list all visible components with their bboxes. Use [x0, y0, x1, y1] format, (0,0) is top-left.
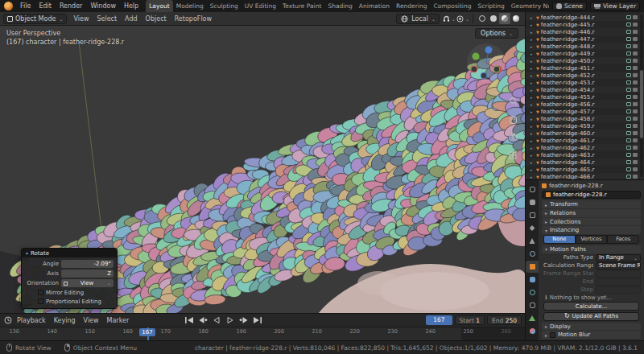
disclosure-icon[interactable]: ▸ — [530, 102, 535, 107]
orientation-dropdown[interactable]: View ⌄ — [61, 279, 114, 287]
outliner-item[interactable]: ▸▼feather-ridge-444.r — [526, 14, 644, 21]
disclosure-icon[interactable]: ▸ — [530, 80, 535, 85]
disclosure-icon[interactable]: ▸ — [530, 88, 535, 93]
outliner-item[interactable]: ▸▼feather-ridge-466.r — [526, 173, 644, 179]
chevron-down-icon[interactable]: ⌄ — [452, 16, 456, 22]
select-state-icon[interactable] — [626, 59, 631, 63]
visibility-icon[interactable] — [633, 167, 638, 171]
scrollbar-thumb[interactable] — [640, 70, 643, 138]
workspace-geometry-nodes[interactable]: Geometry Nodes — [508, 0, 549, 12]
properties-tab-render[interactable] — [526, 196, 539, 208]
select-state-icon[interactable] — [626, 167, 631, 171]
shading-solid-button[interactable] — [488, 13, 499, 24]
transform-orientation-selector[interactable]: Local ⌄ — [396, 14, 440, 24]
disclosure-icon[interactable]: ▸ — [530, 167, 535, 172]
select-state-icon[interactable] — [626, 131, 631, 135]
select-state-icon[interactable] — [626, 44, 631, 48]
select-state-icon[interactable] — [626, 37, 631, 41]
select-state-icon[interactable] — [626, 153, 631, 157]
viewport-3d[interactable]: User Perspective (167) character | feath… — [0, 26, 525, 313]
disclosure-icon[interactable]: ▸ — [530, 73, 535, 78]
outliner-item[interactable]: ▸▼feather-ridge-462.r — [526, 144, 644, 151]
calculate-button[interactable]: Calculate... — [543, 302, 639, 311]
select-state-icon[interactable] — [626, 66, 631, 70]
select-state-icon[interactable] — [626, 88, 631, 92]
snap-magnet-icon[interactable] — [443, 15, 450, 23]
section-transform[interactable]: ▸Transform — [542, 200, 641, 208]
tl-menu-view[interactable]: View — [80, 317, 103, 324]
workspace-uv-editing[interactable]: UV Editing — [242, 0, 279, 12]
properties-tab-tool[interactable] — [526, 183, 539, 196]
disclosure-icon[interactable]: ▸ — [530, 44, 535, 49]
disclosure-icon[interactable]: ▸ — [530, 30, 535, 35]
outliner-item[interactable]: ▸▼feather-ridge-453.r — [526, 79, 644, 86]
workspace-compositing[interactable]: Compositing — [430, 0, 474, 12]
select-state-icon[interactable] — [626, 30, 631, 34]
timeline-ruler[interactable]: 1301401501601701801902002102202302402502… — [0, 327, 525, 340]
visibility-icon[interactable] — [633, 138, 638, 142]
motion-blur-checkbox[interactable] — [550, 332, 555, 338]
select-state-icon[interactable] — [626, 73, 631, 77]
disclosure-icon[interactable]: ▸ — [530, 160, 535, 165]
blender-logo-icon[interactable] — [4, 2, 13, 10]
disclosure-icon[interactable]: ▸ — [530, 51, 535, 56]
outliner-scrollbar[interactable] — [640, 14, 643, 177]
visibility-icon[interactable] — [633, 66, 638, 70]
chevron-down-icon[interactable]: ⌄ — [465, 16, 469, 22]
vp-menu-retopoflow[interactable]: RetopoFlow — [171, 15, 216, 23]
workspace-layout[interactable]: Layout — [146, 0, 173, 12]
workspace-shading[interactable]: Shading — [324, 0, 355, 12]
next-keyframe-button[interactable] — [237, 315, 250, 325]
select-state-icon[interactable] — [626, 95, 631, 99]
properties-tab-view-layer[interactable] — [526, 222, 539, 234]
visibility-icon[interactable] — [633, 146, 638, 150]
disclosure-icon[interactable]: ▸ — [530, 146, 535, 150]
frame-start-field[interactable]: Start 1 — [455, 315, 485, 325]
rotate-panel-header[interactable]: ▾ Rotate — [22, 249, 117, 257]
playhead[interactable]: 167 — [147, 327, 149, 340]
object-name-field[interactable]: feather-ridge-228.r — [542, 191, 641, 200]
visibility-icon[interactable] — [633, 59, 638, 63]
scene-selector[interactable]: Scene — [552, 2, 587, 10]
disclosure-icon[interactable]: ▸ — [530, 138, 535, 143]
workspace-animation[interactable]: Animation — [356, 0, 393, 12]
visibility-icon[interactable] — [633, 153, 638, 157]
outliner-item[interactable]: ▸▼feather-ridge-460.r — [526, 130, 644, 137]
instancing-option-none[interactable]: None — [543, 235, 576, 244]
select-state-icon[interactable] — [626, 80, 631, 84]
menu-edit[interactable]: Edit — [35, 2, 56, 10]
workspace-sculpting[interactable]: Sculpting — [207, 0, 242, 12]
disclosure-icon[interactable]: ▸ — [530, 131, 535, 136]
mode-selector[interactable]: Object Mode ⌄ — [3, 14, 67, 24]
properties-tab-output[interactable] — [526, 209, 539, 221]
select-state-icon[interactable] — [626, 51, 631, 56]
select-state-icon[interactable] — [626, 138, 631, 142]
frame-end-field[interactable]: End 250 — [487, 315, 522, 325]
disclosure-icon[interactable]: ▸ — [530, 175, 535, 179]
disclosure-icon[interactable]: ▸ — [530, 15, 535, 20]
options-dropdown[interactable]: Options ⌄ — [475, 28, 518, 39]
outliner-item[interactable]: ▸▼feather-ridge-447.r — [526, 35, 644, 43]
visibility-icon[interactable] — [633, 73, 638, 77]
outliner-item[interactable]: ▸▼feather-ridge-452.r — [526, 72, 644, 79]
calculation-range-dropdown[interactable]: Scene Frame Range⌄ — [596, 262, 641, 270]
workspace-scripting[interactable]: Scripting — [474, 0, 507, 12]
outliner-item[interactable]: ▸▼feather-ridge-445.r — [526, 21, 644, 28]
visibility-icon[interactable] — [633, 51, 638, 56]
select-state-icon[interactable] — [626, 146, 631, 150]
navigation-gizmo[interactable] — [467, 43, 506, 82]
current-frame-field[interactable]: 167 — [426, 315, 452, 325]
select-state-icon[interactable] — [626, 109, 631, 113]
properties-tab-object-data[interactable] — [526, 312, 539, 324]
visibility-icon[interactable] — [633, 23, 638, 27]
properties-tab-physics[interactable] — [526, 286, 539, 298]
disclosure-icon[interactable]: ▸ — [530, 124, 535, 129]
section-instancing[interactable]: ▾Instancing — [542, 226, 641, 234]
menu-window[interactable]: Window — [86, 2, 120, 10]
outliner-item[interactable]: ▸▼feather-ridge-448.r — [526, 43, 644, 50]
outliner-item[interactable]: ▸▼feather-ridge-449.r — [526, 50, 644, 57]
outliner-item[interactable]: ▸▼feather-ridge-465.r — [526, 166, 644, 173]
visibility-icon[interactable] — [633, 109, 638, 113]
visibility-icon[interactable] — [633, 175, 638, 179]
shading-material-button[interactable] — [499, 13, 510, 24]
